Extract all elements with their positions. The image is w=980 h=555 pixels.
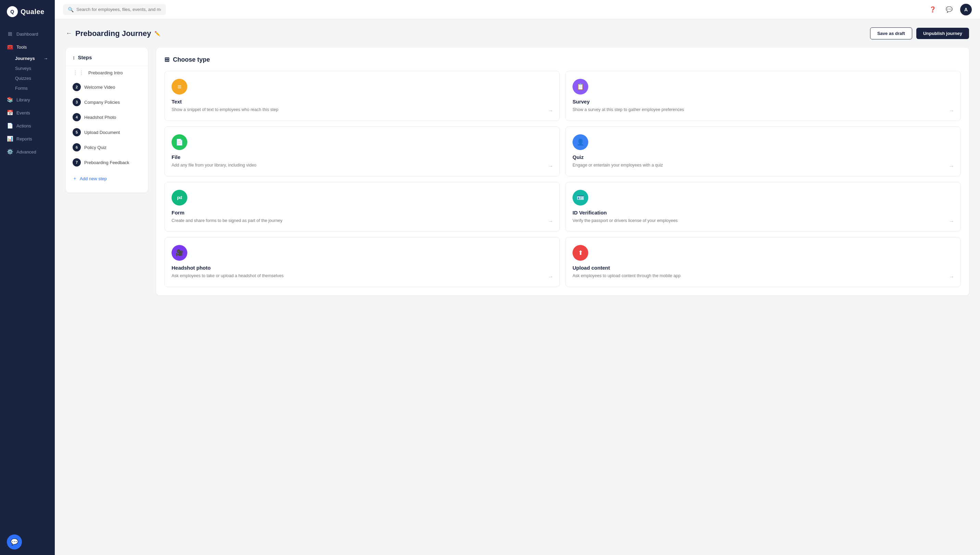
- step-badge-3: 4: [73, 113, 81, 121]
- back-button[interactable]: ←: [66, 30, 72, 37]
- sidebar-label-events: Events: [16, 110, 30, 115]
- sidebar-item-reports[interactable]: 📊 Reports: [0, 132, 55, 145]
- sidebar-label-library: Library: [16, 97, 30, 103]
- type-name-file: File: [171, 154, 553, 160]
- page-content: ← Preboarding Journey ✏️ Save as draft U…: [55, 19, 980, 555]
- advanced-icon: ⚙️: [7, 149, 13, 155]
- unpublish-button[interactable]: Unpublish journey: [916, 28, 969, 39]
- step-badge-1: 2: [73, 83, 81, 91]
- sidebar-label-actions: Actions: [16, 124, 31, 128]
- type-desc-text: Show a snippet of text to employees who …: [171, 107, 553, 113]
- page-header: ← Preboarding Journey ✏️ Save as draft U…: [66, 27, 969, 39]
- topbar: 🔍 ❓ 💬 A: [55, 0, 980, 19]
- type-card-file[interactable]: 📄 File Add any file from your library, i…: [165, 127, 560, 176]
- quizzes-label: Quizzes: [15, 76, 31, 81]
- search-icon: 🔍: [68, 7, 74, 12]
- events-icon: 📅: [7, 110, 13, 116]
- save-draft-button[interactable]: Save as draft: [870, 27, 912, 39]
- avatar[interactable]: A: [960, 4, 972, 15]
- step-item-1[interactable]: 2 Welcome Video: [66, 80, 148, 95]
- app-name: Qualee: [21, 8, 45, 16]
- library-icon: 📚: [7, 96, 13, 103]
- edit-icon[interactable]: ✏️: [154, 31, 160, 36]
- help-icon[interactable]: ❓: [927, 4, 938, 15]
- sidebar-item-events[interactable]: 📅 Events: [0, 106, 55, 119]
- add-step-button[interactable]: ＋ Add new step: [66, 171, 148, 186]
- actions-icon: 📄: [7, 123, 13, 129]
- type-arrow-file: →: [548, 163, 553, 169]
- search-box[interactable]: 🔍: [63, 4, 166, 15]
- type-icon-headshot: 🎥: [171, 245, 187, 261]
- sidebar-nav: ⊞ Dashboard 🧰 Tools Journeys → Surveys Q…: [0, 23, 55, 529]
- type-card-text[interactable]: ≡ Text Show a snippet of text to employe…: [165, 71, 560, 121]
- step-label-0: Preboarding Intro: [88, 70, 123, 75]
- steps-heading: Steps: [78, 55, 92, 60]
- step-item-4[interactable]: 5 Upload Document: [66, 125, 148, 140]
- type-card-upload[interactable]: ⬆ Upload content Ask employees to upload…: [565, 237, 961, 287]
- tools-icon: 🧰: [7, 44, 13, 50]
- type-icon-quiz: 👤: [572, 134, 588, 150]
- page-title-row: ← Preboarding Journey ✏️: [66, 29, 160, 38]
- sidebar: Q Qualee ⊞ Dashboard 🧰 Tools Journeys → …: [0, 0, 55, 555]
- step-item-3[interactable]: 4 Headshot Photo: [66, 110, 148, 125]
- search-input[interactable]: [76, 7, 161, 12]
- type-card-quiz[interactable]: 👤 Quiz Engage or entertain your employee…: [565, 127, 961, 176]
- type-icon-file: 📄: [171, 134, 187, 150]
- type-name-text: Text: [171, 99, 553, 104]
- step-item-6[interactable]: 7 Preboarding Feedback: [66, 155, 148, 170]
- step-badge-5: 6: [73, 143, 81, 151]
- type-icon-form: pd: [171, 190, 187, 205]
- step-item-2[interactable]: 3 Company Policies: [66, 95, 148, 110]
- type-arrow-id-verification: →: [949, 218, 954, 225]
- sidebar-item-forms[interactable]: Forms: [15, 83, 55, 93]
- reports-icon: 📊: [7, 136, 13, 142]
- sidebar-sub-tools: Journeys → Surveys Quizzes Forms: [0, 53, 55, 93]
- step-drag-0: ⋮⋮: [73, 69, 85, 76]
- type-card-id-verification[interactable]: 🪪 ID Verification Verify the passport or…: [565, 182, 961, 232]
- page-title: Preboarding Journey: [75, 29, 151, 38]
- sidebar-item-library[interactable]: 📚 Library: [0, 93, 55, 106]
- type-card-form[interactable]: pd Form Create and share forms to be sig…: [165, 182, 560, 232]
- type-icon-id-verification: 🪪: [572, 190, 588, 205]
- header-actions: Save as draft Unpublish journey: [870, 27, 969, 39]
- chat-button[interactable]: 💬: [7, 534, 22, 550]
- type-card-survey[interactable]: 📋 Survey Show a survey at this step to g…: [565, 71, 961, 121]
- topbar-right: ❓ 💬 A: [927, 4, 972, 15]
- step-label-6: Preboarding Feedback: [84, 160, 129, 165]
- step-label-1: Welcome Video: [84, 85, 115, 90]
- type-desc-form: Create and share forms to be signed as p…: [171, 218, 553, 224]
- type-name-form: Form: [171, 210, 553, 215]
- step-item-5[interactable]: 6 Policy Quiz: [66, 140, 148, 155]
- sidebar-item-advanced[interactable]: ⚙️ Advanced: [0, 145, 55, 158]
- body-layout: ↕ Steps ⋮⋮ Preboarding Intro 2 Welcome V…: [66, 48, 969, 295]
- sidebar-item-journeys[interactable]: Journeys →: [15, 53, 55, 63]
- sidebar-item-actions[interactable]: 📄 Actions: [0, 119, 55, 132]
- step-badge-6: 7: [73, 158, 81, 167]
- add-step-label: Add new step: [80, 176, 107, 181]
- sidebar-label-dashboard: Dashboard: [16, 32, 38, 37]
- type-card-headshot[interactable]: 🎥 Headshot photo Ask employees to take o…: [165, 237, 560, 287]
- sidebar-label-reports: Reports: [16, 136, 32, 141]
- steps-icon: ↕: [73, 55, 75, 60]
- type-desc-survey: Show a survey at this step to gather emp…: [572, 107, 954, 113]
- logo-icon: Q: [7, 6, 18, 17]
- type-desc-file: Add any file from your library, includin…: [171, 162, 553, 168]
- sidebar-item-dashboard[interactable]: ⊞ Dashboard: [0, 27, 55, 40]
- step-label-5: Policy Quiz: [84, 145, 107, 150]
- type-arrow-upload: →: [949, 274, 954, 280]
- sidebar-item-tools[interactable]: 🧰 Tools: [0, 40, 55, 53]
- type-icon-survey: 📋: [572, 79, 588, 95]
- sidebar-item-quizzes[interactable]: Quizzes: [15, 73, 55, 83]
- step-badge-2: 3: [73, 98, 81, 106]
- forms-label: Forms: [15, 86, 28, 91]
- type-name-id-verification: ID Verification: [572, 210, 954, 215]
- type-name-headshot: Headshot photo: [171, 265, 553, 271]
- type-name-upload: Upload content: [572, 265, 954, 271]
- step-item-0: ⋮⋮ Preboarding Intro: [66, 66, 148, 80]
- chat-icon[interactable]: 💬: [944, 4, 954, 15]
- type-desc-id-verification: Verify the passport or drivers license o…: [572, 218, 954, 224]
- step-label-2: Company Policies: [84, 100, 120, 105]
- choose-type-icon: ⊞: [165, 56, 169, 63]
- surveys-label: Surveys: [15, 66, 31, 71]
- sidebar-item-surveys[interactable]: Surveys: [15, 63, 55, 73]
